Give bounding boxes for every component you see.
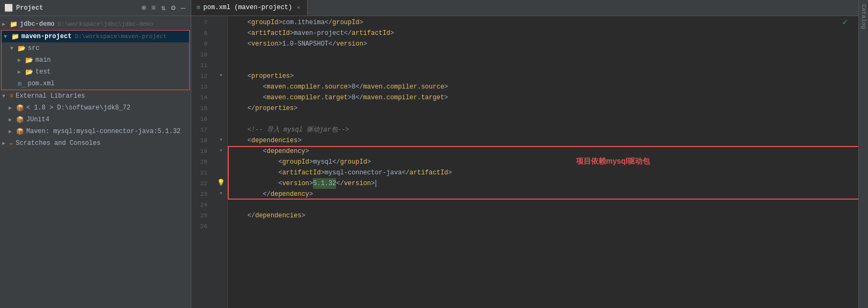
- code-line-15: </properties>: [232, 103, 858, 114]
- arrow-icon: ▼: [10, 46, 18, 52]
- gutter-25: [215, 209, 227, 220]
- text-cursor: [376, 180, 376, 187]
- arrow-icon: ▶: [9, 105, 16, 111]
- code-line-20: <groupId>mysql</groupId>: [232, 157, 858, 167]
- code-line-10: [232, 49, 858, 60]
- tree-item-src[interactable]: ▼ 📂 src: [2, 42, 189, 54]
- tree-label: main: [35, 56, 51, 64]
- tree-item-external-libs[interactable]: ▼ ≡ External Libraries: [0, 90, 191, 102]
- line-num-23: 23: [191, 189, 211, 200]
- line-num-13: 13: [191, 82, 211, 92]
- gutter-fold-12[interactable]: ▾: [215, 70, 227, 80]
- sidebar-tree: ▶ 📁 jdbc-demo D:\workspace\jdbc\jdbc-dem…: [0, 16, 191, 308]
- tree-label: < 1.8 > D:\software\jdk8_72: [26, 104, 130, 112]
- arrow-icon: ▼: [2, 93, 10, 99]
- tree-item-test[interactable]: ▶ 📂 test: [2, 66, 189, 78]
- tree-label: src: [28, 45, 40, 52]
- tab-close-button[interactable]: ✕: [295, 4, 302, 11]
- gutter-fold-23[interactable]: ▾: [215, 188, 227, 199]
- catalog-tab[interactable]: Catalog: [859, 2, 868, 31]
- tree-label: JUnit4: [26, 116, 49, 123]
- gutter-fold-19[interactable]: ▾: [215, 145, 227, 156]
- code-line-11: [232, 60, 858, 71]
- pom-icon: m̲: [18, 80, 25, 88]
- sidebar-collapse-icon[interactable]: —: [180, 3, 186, 13]
- maven-project-box: ▼ 📁 maven-project D:\workspace\maven-pro…: [1, 30, 190, 90]
- tree-label: test: [35, 68, 51, 76]
- tab-pom-icon: m: [197, 4, 200, 11]
- line-num-24: 24: [191, 200, 211, 210]
- sidebar-settings-icon[interactable]: ⊕: [140, 2, 147, 13]
- code-line-23: </dependency>: [232, 189, 858, 200]
- gutter-24: [215, 199, 227, 209]
- tree-item-jdk[interactable]: ▶ 📦 < 1.8 > D:\software\jdk8_72: [0, 102, 191, 114]
- line-num-15: 15: [191, 103, 211, 114]
- line-num-11: 11: [191, 60, 211, 71]
- tab-pom-xml[interactable]: m pom.xml (maven-project) ✕: [191, 0, 308, 16]
- code-line-16: [232, 114, 858, 124]
- tree-item-main[interactable]: ▶ 📂 main: [2, 54, 189, 66]
- gutter-10: [215, 48, 227, 59]
- gutter-15: [215, 102, 227, 113]
- tree-label: pom.xml: [27, 80, 54, 87]
- main-area: m pom.xml (maven-project) ✕ 7 8 9 10 11 …: [191, 0, 858, 308]
- line-num-17: 17: [191, 124, 211, 135]
- project-icon: 📁: [10, 20, 18, 28]
- arrow-icon: ▶: [9, 128, 16, 135]
- code-line-8: <artifactId>maven-project</artifactId>: [232, 28, 858, 39]
- line-num-16: 16: [191, 114, 211, 124]
- gutter-9: [215, 38, 227, 48]
- sidebar-gear-icon[interactable]: ⚙: [170, 2, 176, 13]
- gutter-11: [215, 59, 227, 70]
- gutter-bulb-22[interactable]: 💡: [215, 177, 227, 188]
- gutter-fold-18[interactable]: ▾: [215, 134, 227, 145]
- tree-item-pom[interactable]: m̲ pom.xml: [2, 78, 189, 90]
- tree-label: maven-project: [21, 33, 72, 40]
- junit-icon: 📦: [16, 116, 24, 124]
- code-line-24: [232, 200, 858, 210]
- tree-item-jdbc-demo[interactable]: ▶ 📁 jdbc-demo D:\workspace\jdbc\jdbc-dem…: [0, 18, 191, 30]
- tree-item-maven-mysql[interactable]: ▶ 📦 Maven: mysql:mysql-connector-java:5.…: [0, 126, 191, 137]
- tree-label: External Libraries: [16, 92, 85, 100]
- code-line-13: <maven.compiler.source>8</maven.compiler…: [232, 82, 858, 92]
- line-num-26: 26: [191, 221, 211, 232]
- gutter-16: [215, 113, 227, 123]
- arrow-icon: ▶: [18, 69, 25, 75]
- gutter-21: [215, 166, 227, 177]
- version-highlight: 5.1.32: [313, 178, 336, 189]
- sidebar-sort-icon[interactable]: ≡: [150, 3, 156, 13]
- code-line-19: <dependency>: [232, 146, 858, 157]
- code-line-25: </dependencies>: [232, 210, 858, 221]
- arrow-icon: ▶: [9, 116, 16, 123]
- gutter-14: [215, 91, 227, 102]
- line-num-20: 20: [191, 157, 211, 167]
- editor[interactable]: 7 8 9 10 11 12 13 14 15 16 17 18 19 20 2…: [191, 16, 858, 308]
- line-num-25: 25: [191, 210, 211, 221]
- tree-item-scratches[interactable]: ▶ ✏ Scratches and Consoles: [0, 137, 191, 149]
- gutter-26: [215, 220, 227, 231]
- line-num-7: 7: [191, 17, 211, 28]
- tree-item-maven-project[interactable]: ▼ 📁 maven-project D:\workspace\maven-pro…: [2, 31, 189, 42]
- sidebar: ⬜ Project ⊕ ≡ ⇅ ⚙ — ▶ 📁 jdbc-demo D:\wor…: [0, 0, 191, 308]
- sidebar-expand-icon[interactable]: ⇅: [160, 2, 167, 13]
- line-num-12: 12: [191, 71, 211, 82]
- tree-path: D:\workspace\maven-project: [75, 33, 167, 40]
- code-area[interactable]: <groupId>com.itheima</groupId> <artifact…: [228, 16, 858, 308]
- folder-icon: 📂: [18, 45, 26, 53]
- arrow-icon: ▼: [4, 34, 11, 40]
- line-num-21: 21: [191, 167, 211, 178]
- gutter: ▾ ▾ ▾ 💡 ▾: [215, 16, 228, 308]
- code-line-22: <version>5.1.32</version>: [232, 178, 858, 189]
- editor-checkmark: ✓: [842, 17, 848, 28]
- gutter-13: [215, 80, 227, 91]
- project-icon: ⬜: [4, 4, 13, 12]
- line-num-9: 9: [191, 39, 211, 49]
- code-line-17: <!-- 导入 mysql 驱动jar包-->: [232, 124, 858, 135]
- arrow-icon: ▶: [18, 57, 25, 63]
- maven-icon: 📦: [16, 128, 24, 136]
- dependency-block: <dependency> <groupId>mysql</groupId> <a…: [232, 146, 858, 200]
- code-line-21: <artifactId>mysql-connector-java</artifa…: [232, 167, 858, 178]
- tab-bar: m pom.xml (maven-project) ✕: [191, 0, 858, 16]
- tree-item-junit4[interactable]: ▶ 📦 JUnit4: [0, 114, 191, 126]
- tree-label: Maven: mysql:mysql-connector-java:5.1.32: [26, 128, 181, 135]
